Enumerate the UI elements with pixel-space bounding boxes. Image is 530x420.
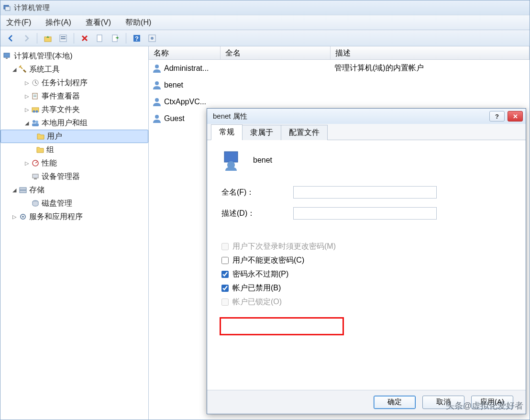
close-button[interactable]: ✕ [508, 111, 523, 122]
ok-button[interactable]: 确定 [374, 396, 416, 409]
svg-point-35 [155, 115, 159, 119]
performance-icon [31, 159, 40, 167]
checkbox-never-expire-row[interactable]: 密码永不过期(P) [221, 269, 511, 279]
svg-rect-28 [20, 190, 26, 193]
description-input[interactable] [293, 207, 437, 220]
export-button[interactable] [109, 32, 122, 45]
tree-event-viewer[interactable]: ▷ 事件查看器 [0, 89, 148, 103]
refresh-button[interactable] [93, 32, 107, 45]
tree-groups[interactable]: 组 [0, 143, 148, 156]
menu-help[interactable]: 帮助(H) [122, 17, 154, 29]
toolbar: ? [0, 30, 530, 46]
tree-root[interactable]: 计算机管理(本地) [0, 49, 148, 63]
svg-rect-16 [33, 95, 36, 96]
checkbox-never-expire[interactable] [221, 271, 229, 278]
user-icon [152, 97, 162, 107]
checkbox-cannot-change[interactable] [221, 257, 229, 264]
tools-icon [19, 65, 27, 74]
fullname-label: 全名(F)： [221, 188, 293, 198]
menubar: 文件(F) 操作(A) 查看(V) 帮助(H) [0, 15, 530, 30]
svg-point-21 [33, 120, 35, 123]
back-button[interactable] [4, 32, 18, 45]
dialog-titlebar[interactable]: benet 属性 ? ✕ [207, 109, 526, 124]
tree-storage[interactable]: ◢ 存储 [0, 183, 148, 197]
col-name[interactable]: 名称 [149, 46, 221, 59]
list-row-benet[interactable]: benet [149, 77, 530, 93]
menu-file[interactable]: 文件(F) [3, 17, 34, 29]
tree-panel: 计算机管理(本地) ◢ 系统工具 ▷ 任务计划程序 ▷ 事件查看器 ▷ 共享文件… [0, 46, 149, 420]
expand-icon[interactable]: ▷ [23, 80, 30, 86]
help-button[interactable]: ? [489, 111, 505, 122]
tree-performance[interactable]: ▷ 性能 [0, 156, 148, 170]
list-header: 名称 全名 描述 [149, 46, 530, 60]
user-icon [152, 80, 162, 90]
annotation-box-3 [220, 317, 344, 335]
tree-local-users-groups[interactable]: ◢ 本地用户和组 [0, 116, 148, 130]
help-button[interactable]: ? [130, 32, 144, 45]
svg-point-20 [36, 111, 38, 113]
menu-action[interactable]: 操作(A) [43, 17, 74, 29]
expand-icon[interactable]: ▷ [23, 93, 30, 99]
tree-device-manager[interactable]: 设备管理器 [0, 170, 148, 183]
svg-point-34 [155, 98, 159, 102]
tree-system-tools[interactable]: ◢ 系统工具 [0, 63, 148, 76]
svg-point-11 [151, 37, 154, 40]
user-icon [152, 113, 162, 124]
checkbox-must-change [221, 243, 229, 250]
tab-profile[interactable]: 配置文件 [281, 125, 328, 140]
services-icon [19, 212, 27, 221]
users-groups-icon [31, 119, 40, 127]
collapse-icon[interactable]: ◢ [23, 120, 30, 126]
tab-strip: 常规 隶属于 配置文件 [207, 124, 526, 140]
expand-icon[interactable]: ▷ [23, 107, 30, 113]
list-row-administrator[interactable]: Administrat... 管理计算机(域)的内置帐户 [149, 60, 530, 77]
separator [37, 33, 37, 44]
svg-rect-36 [224, 152, 238, 162]
dialog-body: benet 全名(F)： 描述(D)： 用户下次登录时须更改密码(M) 用户不能… [207, 140, 526, 390]
tree-users[interactable]: 用户 [0, 130, 148, 143]
properties-button[interactable] [56, 32, 70, 45]
delete-button[interactable] [78, 32, 91, 45]
expand-icon[interactable]: ▷ [11, 214, 18, 220]
username-label: benet [253, 156, 272, 165]
dialog-title: benet 属性 [213, 112, 247, 121]
menu-view[interactable]: 查看(V) [83, 17, 114, 29]
watermark: 头条@虚拟化爱好者 [446, 400, 523, 411]
tree-shared-folders[interactable]: ▷ 共享文件夹 [0, 103, 148, 116]
checkbox-cannot-change-row[interactable]: 用户不能更改密码(C) [221, 255, 511, 265]
svg-rect-7 [112, 35, 117, 42]
expand-icon[interactable]: ▷ [23, 160, 30, 166]
svg-rect-5 [61, 38, 66, 39]
tree-services-apps[interactable]: ▷ 服务和应用程序 [0, 210, 148, 223]
tree-disk-management[interactable]: 磁盘管理 [0, 197, 148, 210]
svg-point-22 [35, 121, 38, 123]
checkbox-account-locked [221, 298, 229, 306]
svg-rect-1 [5, 7, 10, 11]
checkbox-account-disabled-row[interactable]: 帐户已禁用(B) [221, 283, 511, 293]
fullname-input[interactable] [293, 186, 437, 199]
action-button[interactable] [145, 32, 159, 45]
list-row-ctxappv[interactable]: CtxAppVC... [149, 93, 530, 110]
folder-icon [36, 132, 45, 141]
collapse-icon[interactable]: ◢ [11, 187, 18, 193]
svg-rect-25 [33, 174, 38, 178]
svg-rect-12 [4, 53, 10, 57]
tree-task-scheduler[interactable]: ▷ 任务计划程序 [0, 76, 148, 89]
user-large-icon [221, 149, 244, 172]
event-icon [31, 92, 40, 100]
forward-button[interactable] [20, 32, 33, 45]
computer-icon [3, 52, 12, 60]
col-fullname[interactable]: 全名 [221, 46, 331, 59]
svg-rect-4 [61, 36, 66, 37]
up-button[interactable] [41, 32, 55, 45]
svg-text:?: ? [135, 35, 139, 42]
user-icon [152, 63, 162, 74]
col-description[interactable]: 描述 [331, 46, 530, 59]
tab-member-of[interactable]: 隶属于 [242, 125, 281, 140]
clock-icon [31, 78, 40, 87]
collapse-icon[interactable]: ◢ [11, 66, 18, 73]
tab-general[interactable]: 常规 [211, 124, 243, 140]
svg-rect-27 [20, 188, 26, 190]
checkbox-account-locked-row: 帐户已锁定(O) [221, 297, 511, 307]
checkbox-account-disabled[interactable] [221, 285, 229, 292]
